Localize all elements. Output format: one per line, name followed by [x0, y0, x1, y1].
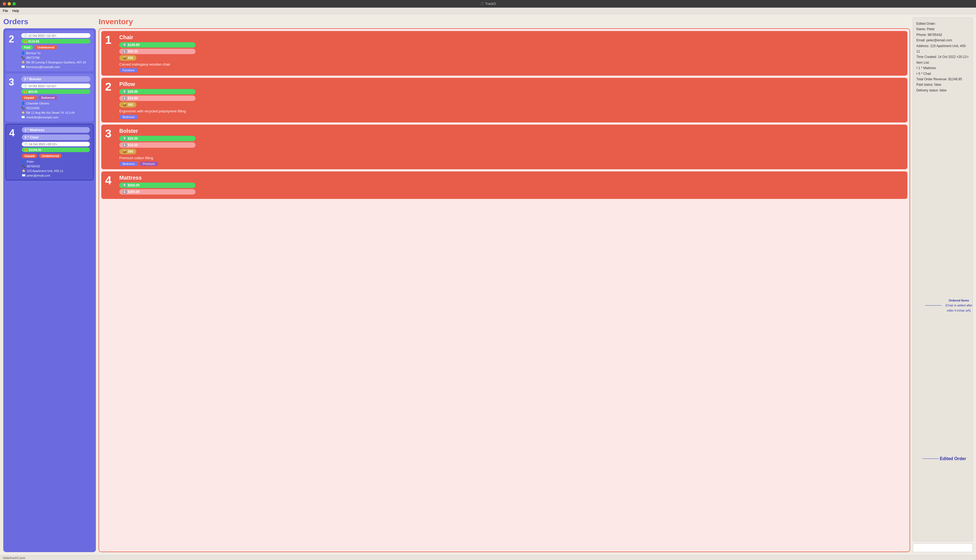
order-item-list-label: Item List: — [916, 60, 969, 65]
order-delivery-status: Delivery status: false — [916, 88, 969, 93]
main-content: Orders 2 🕐 12 Oct 2022 <12:15> 💰 $119.96… — [0, 14, 976, 555]
title-bar: 🎵 TrackO — [0, 0, 976, 8]
inv-cost-price-chair: ⬇️ $80.50 — [119, 49, 196, 54]
inv-tag-bedroom: Bedroom — [119, 115, 138, 119]
email-icon: ✉️ — [21, 65, 25, 68]
inv-cost-price-bolster: ⬇️ $10.00 — [119, 142, 196, 148]
inv-sell-row-pillow: ⬆️ $29.99 — [119, 89, 904, 94]
close-button[interactable] — [3, 2, 6, 5]
order-number-3: 3 — [9, 77, 18, 87]
order-timestamp-4: 🕐 14 Oct 2022 <20:12> — [22, 142, 90, 147]
order-card-4[interactable]: 4 1 * Mattress 5 * Chair 🕐 14 Oct 2022 <… — [5, 124, 94, 180]
inv-desc-pillow: Ergonomic with recycled polystyrene fill… — [119, 109, 904, 113]
inv-details-bolster: Bolster ⬆️ $20.00 ⬇️ $10.00 — [119, 128, 904, 166]
order-paid-status: Paid status: false — [916, 82, 969, 87]
inv-name-bolster: Bolster — [119, 128, 904, 134]
orders-title: Orders — [3, 17, 96, 26]
inv-desc-bolster: Premium cotton filling — [119, 156, 904, 160]
inv-cost-row-mattress: ⬇️ $200.00 — [119, 189, 904, 195]
command-input[interactable] — [913, 543, 973, 552]
inv-sell-row-mattress: ⬆️ $500.00 — [119, 183, 904, 188]
inv-cost-row-pillow: ⬇️ $14.99 — [119, 95, 904, 101]
inv-tag-bedroom: Bedroom — [119, 162, 138, 166]
status-path: /data/trackO.json — [3, 556, 25, 560]
inv-number-1: 1 — [105, 34, 116, 46]
order-phone-2: 📞 99272758 — [21, 56, 90, 59]
up-arrow-icon: ⬆️ — [122, 90, 127, 93]
minimize-button[interactable] — [8, 2, 11, 5]
inv-desc-chair: Carved mahogany wooden chair — [119, 62, 904, 67]
order-item-name-4a: 1 * Mattress — [22, 127, 90, 133]
home-icon: 🏠 — [21, 111, 25, 114]
inventory-list[interactable]: 1 Chair ⬆️ $149.99 ⬇️ $80.50 — [99, 28, 910, 552]
order-card-3[interactable]: 3 3 * Bolster 🕐 13 Oct 2022 <13:12> 💰 $6… — [5, 73, 94, 122]
maximize-button[interactable] — [13, 2, 16, 5]
inv-sell-price-bolster: ⬆️ $20.00 — [119, 136, 196, 141]
order-name-info: Name: Peter — [916, 27, 969, 32]
clock-icon: 🕐 — [23, 34, 27, 37]
orders-list[interactable]: 2 🕐 12 Oct 2022 <12:15> 💰 $119.96 Paid U… — [3, 28, 96, 552]
phone-icon: 📞 — [21, 56, 25, 59]
order-price-3: 💰 $60.00 — [21, 89, 90, 94]
order-info-panel: Edited Order: Name: Peter Phone: 9876543… — [913, 17, 973, 541]
order-phone-4: 📞 98765432 — [22, 164, 90, 168]
order-address-info: Address: 123 Apartment Unit, #05-11 — [916, 43, 969, 54]
up-arrow-icon: ⬆️ — [122, 137, 127, 140]
money-icon: 💰 — [23, 90, 27, 93]
window-title: 🎵 TrackO — [480, 2, 496, 6]
annotation-ordered-items-detail: (Chair is added after edito 4 i/chair q/… — [945, 304, 973, 312]
order-timestamp-3: 🕐 13 Oct 2022 <13:12> — [21, 83, 90, 88]
inv-card-pillow[interactable]: 2 Pillow ⬆️ $29.99 ⬇️ $14.99 — [101, 78, 907, 122]
inv-tag-premium: Premium — [140, 162, 158, 166]
inv-details-chair: Chair ⬆️ $149.99 ⬇️ $80.50 — [119, 34, 904, 72]
inv-tags-pillow: Bedroom — [119, 115, 904, 119]
order-item-name-4b: 5 * Chair — [22, 134, 90, 140]
order-badges-3: Unpaid Delivered — [21, 95, 90, 100]
down-arrow-icon: ⬇️ — [122, 143, 127, 147]
inv-card-chair[interactable]: 1 Chair ⬆️ $149.99 ⬇️ $80.50 — [101, 31, 907, 76]
order-badges-4: Unpaid Undelivered — [22, 154, 90, 158]
inv-cost-price-pillow: ⬇️ $14.99 — [119, 95, 196, 101]
home-icon: 🏠 — [22, 169, 26, 173]
inv-number-4: 4 — [105, 175, 116, 186]
inv-card-bolster[interactable]: 3 Bolster ⬆️ $20.00 ⬇️ $10.00 — [101, 125, 907, 169]
order-timestamp-2: 🕐 12 Oct 2022 <12:15> — [21, 33, 90, 38]
order-item-1: • 1 * Mattress — [916, 65, 969, 71]
order-details-2: 🕐 12 Oct 2022 <12:15> 💰 $119.96 Paid Und… — [21, 33, 90, 68]
person-icon: 👤 — [21, 51, 25, 55]
inv-sell-row-chair: ⬆️ $149.99 — [119, 42, 904, 48]
paid-badge-4: Unpaid — [22, 154, 37, 158]
up-arrow-icon: ⬆️ — [122, 43, 127, 47]
inv-sell-price-chair: ⬆️ $149.99 — [119, 42, 196, 48]
down-arrow-icon: ⬇️ — [122, 190, 127, 194]
up-arrow-icon: ⬆️ — [122, 183, 127, 187]
clock-icon: 🕐 — [24, 142, 28, 146]
menu-help[interactable]: Help — [12, 9, 19, 13]
inventory-panel: Inventory 1 Chair ⬆️ $149.99 ⬇️ — [99, 17, 910, 552]
paid-badge-3: Unpaid — [21, 95, 37, 100]
order-details-3: 3 * Bolster 🕐 13 Oct 2022 <13:12> 💰 $60.… — [21, 76, 90, 119]
order-phone-3: 📞 93210283 — [21, 106, 90, 110]
inv-name-mattress: Mattress — [119, 175, 904, 181]
edited-order-label: Edited Order: — [916, 21, 969, 27]
order-card-2[interactable]: 2 🕐 12 Oct 2022 <12:15> 💰 $119.96 Paid U… — [5, 30, 94, 71]
inv-number-2: 2 — [105, 81, 116, 93]
annotation-ordered-items: Ordered Items — [949, 299, 969, 302]
money-icon: 💰 — [23, 40, 27, 43]
phone-icon: 📞 — [22, 164, 26, 168]
order-item-2: • 5 * Chair — [916, 71, 969, 77]
person-icon: 👤 — [22, 160, 26, 163]
person-icon: 👤 — [21, 102, 25, 105]
annotation-edited-order: Edited Order — [940, 455, 975, 462]
order-phone-info: Phone: 98765432 — [916, 32, 969, 38]
order-time-info: Time Created: 14 Oct 2022 <20:12> — [916, 54, 969, 60]
inv-card-mattress[interactable]: 4 Mattress ⬆️ $500.00 ⬇️ $200.00 — [101, 172, 907, 199]
money-icon: 💰 — [24, 148, 28, 152]
order-name-3: 👤 Charlotte Oliveiro — [21, 102, 90, 105]
inv-name-pillow: Pillow — [119, 81, 904, 87]
menu-file[interactable]: File — [3, 9, 8, 13]
order-address-3: 🏠 Blk 11 Ang Mo Kio Street 74, #11-04 — [21, 111, 90, 114]
home-icon: 🏠 — [21, 60, 25, 64]
inv-sell-price-pillow: ⬆️ $29.99 — [119, 89, 196, 94]
email-icon: ✉️ — [22, 173, 26, 177]
